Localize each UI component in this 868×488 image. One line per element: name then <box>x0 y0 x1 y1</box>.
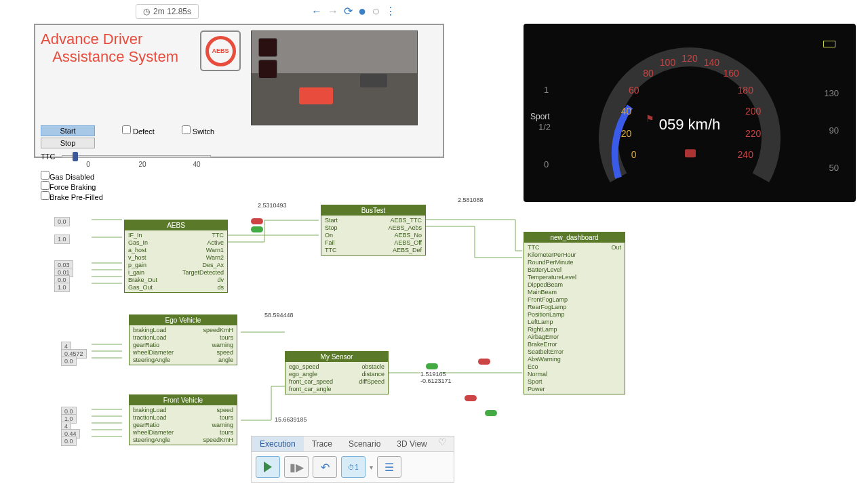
svg-text:120: 120 <box>682 52 698 63</box>
block-front[interactable]: Front Vehicle brakingLoadtractionLoadgea… <box>129 394 237 445</box>
block-newdash[interactable]: new_dashboard TTCKilometerPerHourRoundPe… <box>524 232 625 394</box>
const-input[interactable]: 1.0 <box>54 283 70 292</box>
sim-time: 2m 12.85s <box>153 7 191 16</box>
aebs-logo: AEBS <box>200 30 241 71</box>
play-button[interactable] <box>256 456 280 478</box>
toggle-switch[interactable] <box>426 363 438 369</box>
empty-circle-icon[interactable]: ○ <box>372 3 380 19</box>
block-aebs[interactable]: AEBS IF_InGas_Ina_hostv_hostp_gaini_gain… <box>124 220 228 293</box>
defect-checkbox[interactable]: Defect <box>122 125 155 150</box>
block-sensor[interactable]: My Sensor ego_speedego_anglefront_car_sp… <box>285 351 389 394</box>
wire-value: 15.6639185 <box>275 416 307 423</box>
svg-text:60: 60 <box>629 85 639 96</box>
speed-readout: 059 km/h <box>524 116 856 134</box>
scene-preview <box>251 30 418 125</box>
speed-button[interactable]: ⏱1 <box>341 456 366 478</box>
settings-button[interactable]: ☰ <box>377 456 401 478</box>
toggle-switch[interactable] <box>465 395 477 401</box>
svg-text:200: 200 <box>745 106 762 117</box>
dashboard-gauge: Sport 1 1/2 0 130 90 50 0204060801001201… <box>524 24 856 202</box>
refresh-icon[interactable]: ⟳ <box>344 5 353 18</box>
svg-text:160: 160 <box>723 68 739 79</box>
svg-text:40: 40 <box>621 106 632 117</box>
bottom-bar: Execution Trace Scenario 3D View ♡ ▮▶ ↶ … <box>251 436 454 483</box>
tab-trace[interactable]: Trace <box>304 436 340 451</box>
tab-execution[interactable]: Execution <box>252 436 304 451</box>
svg-text:240: 240 <box>738 149 754 160</box>
forward-icon[interactable]: → <box>328 5 338 18</box>
wire-value: 2.5310493 <box>258 202 287 209</box>
svg-rect-13 <box>685 149 696 157</box>
clock-icon: ◷ <box>143 7 150 16</box>
adas-panel: Advance Driver Assistance System AEBS St… <box>34 24 444 158</box>
block-ego[interactable]: Ego Vehicle brakingLoadtractionLoadgearR… <box>129 314 237 365</box>
block-bustest[interactable]: BusTest StartStopOnFailTTCAEBS_TTCAEBS_A… <box>321 205 426 256</box>
const-input[interactable]: 0.0 <box>54 217 70 226</box>
filled-circle-icon[interactable]: ● <box>358 3 366 19</box>
sim-time-badge: ◷ 2m 12.85s <box>136 4 199 19</box>
start-button[interactable]: Start <box>41 125 95 136</box>
gas-disabled-checkbox[interactable]: Gas Disabled <box>41 171 437 181</box>
ttc-label: TTC <box>41 152 55 161</box>
block-diagram[interactable]: 0.0 1.0 0.03 0.01 0.0 1.0 4 0.4572 0.0 0… <box>41 190 651 447</box>
svg-text:0: 0 <box>631 149 637 160</box>
tab-3dview[interactable]: 3D View <box>389 436 435 451</box>
const-input[interactable]: 0.0 <box>61 357 77 366</box>
tab-scenario[interactable]: Scenario <box>340 436 389 451</box>
panel-title: Advance Driver Assistance System <box>41 30 197 66</box>
toggle-switch[interactable] <box>251 226 263 232</box>
step-button[interactable]: ▮▶ <box>284 456 309 478</box>
switch-checkbox[interactable]: Switch <box>182 125 214 150</box>
wire-value: 58.594448 <box>264 312 294 319</box>
svg-text:140: 140 <box>704 56 720 67</box>
wire-value: -0.6123171 <box>420 378 452 384</box>
reset-button[interactable]: ↶ <box>313 456 337 478</box>
battery-icon <box>823 41 835 47</box>
more-icon[interactable]: ⋮ <box>385 5 396 18</box>
const-input[interactable]: 0.0 <box>61 436 77 446</box>
wire-value: 1.519165 <box>420 371 446 378</box>
toggle-switch[interactable] <box>485 410 497 416</box>
svg-text:180: 180 <box>738 85 754 96</box>
const-input[interactable]: 1.0 <box>54 235 70 244</box>
heart-icon[interactable]: ♡ <box>438 436 447 451</box>
back-icon[interactable]: ← <box>311 5 322 18</box>
stop-button[interactable]: Stop <box>41 138 95 148</box>
svg-text:100: 100 <box>660 56 676 67</box>
ttc-slider[interactable] <box>62 155 211 158</box>
toggle-switch[interactable] <box>251 218 263 224</box>
wire-value: 2.581088 <box>458 197 484 203</box>
svg-text:80: 80 <box>643 68 654 79</box>
toggle-switch[interactable] <box>478 359 490 365</box>
